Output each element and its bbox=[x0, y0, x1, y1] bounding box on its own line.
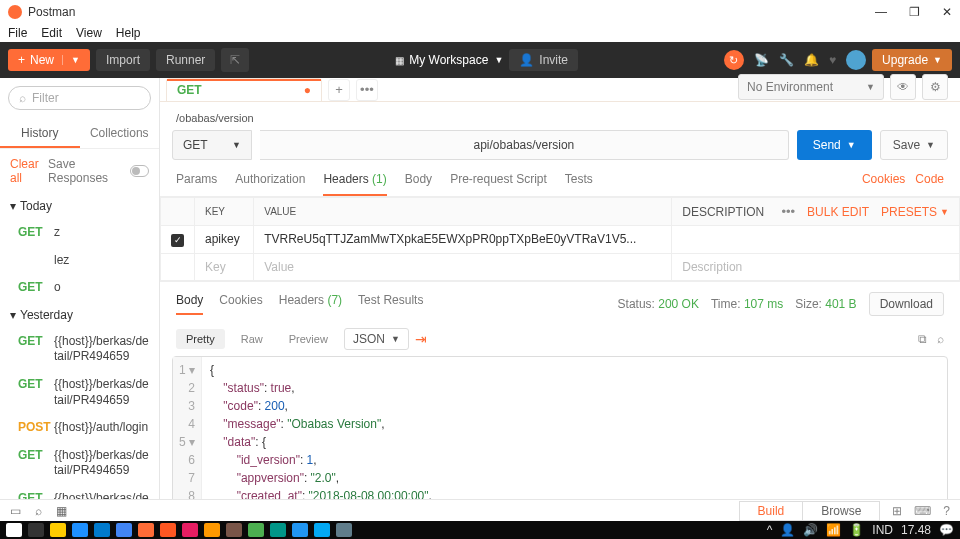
col-value: VALUE bbox=[254, 198, 672, 226]
tab-prerequest[interactable]: Pre-request Script bbox=[450, 172, 547, 196]
environment-dropdown[interactable]: No Environment ▼ bbox=[738, 74, 884, 100]
view-preview[interactable]: Preview bbox=[279, 329, 338, 349]
save-responses-label: Save Responses bbox=[48, 157, 126, 185]
bootcamp-icon[interactable]: ▦ bbox=[56, 504, 67, 518]
find-icon[interactable]: ⌕ bbox=[35, 504, 42, 518]
tab-body[interactable]: Body bbox=[405, 172, 432, 196]
help-icon[interactable]: ? bbox=[943, 504, 950, 518]
minimize-button[interactable]: — bbox=[875, 5, 887, 19]
response-body[interactable]: 1 ▾2345 ▾67891011 { "status": true, "cod… bbox=[172, 356, 948, 504]
copy-icon[interactable]: ⧉ bbox=[918, 332, 927, 346]
tab-authorization[interactable]: Authorization bbox=[235, 172, 305, 196]
tray-time[interactable]: 17.48 bbox=[901, 523, 931, 537]
tab-options-button[interactable]: ••• bbox=[356, 79, 378, 101]
save-button[interactable]: Save ▼ bbox=[880, 130, 948, 160]
postman-logo-icon bbox=[8, 5, 22, 19]
cookies-link[interactable]: Cookies bbox=[862, 172, 905, 186]
menu-edit[interactable]: Edit bbox=[41, 26, 62, 40]
download-button[interactable]: Download bbox=[869, 292, 944, 316]
response-tab-headers[interactable]: Headers (7) bbox=[279, 293, 342, 315]
history-item[interactable]: GETz bbox=[0, 219, 159, 247]
runner-button[interactable]: Runner bbox=[156, 49, 215, 71]
console-icon[interactable]: ▭ bbox=[10, 504, 21, 518]
history-group-yesterday[interactable]: ▾Yesterday bbox=[0, 302, 159, 328]
close-button[interactable]: ✕ bbox=[942, 5, 952, 19]
checkbox[interactable]: ✓ bbox=[171, 234, 184, 247]
satellite-icon[interactable]: 📡 bbox=[754, 53, 769, 67]
view-pretty[interactable]: Pretty bbox=[176, 329, 225, 349]
tab-collections[interactable]: Collections bbox=[80, 120, 160, 148]
history-item[interactable]: lez bbox=[0, 247, 159, 275]
header-row[interactable]: ✓ apikey TVRReU5qTTJZamMwTXpkaE5EWXpPR0p… bbox=[161, 226, 960, 254]
history-item[interactable]: GETo bbox=[0, 274, 159, 302]
menu-help[interactable]: Help bbox=[116, 26, 141, 40]
browse-button[interactable]: Browse bbox=[803, 501, 880, 521]
heart-icon[interactable]: ♥ bbox=[829, 53, 836, 67]
response-tab-tests[interactable]: Test Results bbox=[358, 293, 423, 315]
chevron-down-icon[interactable]: ▼ bbox=[847, 140, 856, 150]
windows-taskbar[interactable]: ^ 👤 🔊 📶 🔋 IND 17.48 💬 bbox=[0, 521, 960, 539]
invite-button[interactable]: 👤 Invite bbox=[509, 49, 578, 71]
wrap-icon[interactable]: ⇥ bbox=[415, 331, 427, 347]
request-tab[interactable]: GET ● bbox=[166, 78, 322, 101]
header-row-empty[interactable]: Key Value Description bbox=[161, 253, 960, 280]
avatar[interactable] bbox=[846, 50, 866, 70]
upgrade-button[interactable]: Upgrade ▼ bbox=[872, 49, 952, 71]
header-value[interactable]: TVRReU5qTTJZamMwTXpkaE5EWXpPR0ppTXpBeE0y… bbox=[254, 226, 672, 254]
code-link[interactable]: Code bbox=[915, 172, 944, 186]
header-key[interactable]: apikey bbox=[195, 226, 254, 254]
start-icon[interactable] bbox=[6, 523, 22, 537]
window-title: Postman bbox=[28, 5, 75, 19]
two-pane-icon[interactable]: ⊞ bbox=[892, 504, 902, 518]
capture-icon[interactable]: ⇱ bbox=[221, 48, 249, 72]
menu-view[interactable]: View bbox=[76, 26, 102, 40]
wrench-icon[interactable]: 🔧 bbox=[779, 53, 794, 67]
history-item[interactable]: GET{{host}}/berkas/detail/PR494659 bbox=[0, 371, 159, 414]
workspace-dropdown[interactable]: ▦ My Workspace ▼ bbox=[395, 53, 503, 67]
menu-file[interactable]: File bbox=[8, 26, 27, 40]
maximize-button[interactable]: ❐ bbox=[909, 5, 920, 19]
history-item[interactable]: GET{{host}}/berkas/detail/PR494659 bbox=[0, 442, 159, 485]
history-item[interactable]: GET{{host}}/berkas/detail/PR494659 bbox=[0, 328, 159, 371]
chevron-down-icon[interactable]: ▼ bbox=[926, 140, 935, 150]
clear-all-link[interactable]: Clear all bbox=[10, 157, 48, 185]
tab-history[interactable]: History bbox=[0, 120, 80, 148]
url-input[interactable]: api/obabas/version bbox=[260, 130, 789, 160]
sync-icon[interactable]: ↻ bbox=[724, 50, 744, 70]
response-tab-cookies[interactable]: Cookies bbox=[219, 293, 262, 315]
tray-up-icon[interactable]: ^ bbox=[767, 523, 773, 537]
bell-icon[interactable]: 🔔 bbox=[804, 53, 819, 67]
col-key: KEY bbox=[195, 198, 254, 226]
keyboard-icon[interactable]: ⌨ bbox=[914, 504, 931, 518]
import-button[interactable]: Import bbox=[96, 49, 150, 71]
build-button[interactable]: Build bbox=[739, 501, 804, 521]
send-button[interactable]: Send ▼ bbox=[797, 130, 872, 160]
method-dropdown[interactable]: GET ▼ bbox=[172, 130, 252, 160]
save-responses-toggle[interactable] bbox=[130, 165, 149, 177]
eye-icon[interactable]: 👁 bbox=[890, 74, 916, 100]
more-icon[interactable]: ••• bbox=[781, 204, 795, 219]
search-icon: ⌕ bbox=[19, 91, 26, 105]
chevron-down-icon[interactable]: ▼ bbox=[62, 55, 80, 65]
bulk-edit-link[interactable]: Bulk Edit bbox=[807, 205, 869, 219]
tab-tests[interactable]: Tests bbox=[565, 172, 593, 196]
gear-icon[interactable]: ⚙ bbox=[922, 74, 948, 100]
tab-headers[interactable]: Headers (1) bbox=[323, 172, 386, 196]
tab-params[interactable]: Params bbox=[176, 172, 217, 196]
response-tab-body[interactable]: Body bbox=[176, 293, 203, 315]
header-desc[interactable] bbox=[672, 226, 960, 254]
chevron-down-icon: ▼ bbox=[866, 82, 875, 92]
filter-input[interactable]: ⌕ Filter bbox=[8, 86, 151, 110]
chevron-down-icon: ▼ bbox=[933, 55, 942, 65]
add-tab-button[interactable]: + bbox=[328, 79, 350, 101]
history-group-today[interactable]: ▾Today bbox=[0, 193, 159, 219]
tray-lang[interactable]: IND bbox=[872, 523, 893, 537]
chevron-down-icon: ▾ bbox=[10, 199, 16, 213]
search-icon[interactable]: ⌕ bbox=[937, 332, 944, 346]
history-item[interactable]: POST{{host}}/auth/login bbox=[0, 414, 159, 442]
presets-dropdown[interactable]: Presets▼ bbox=[881, 205, 949, 219]
format-dropdown[interactable]: JSON▼ bbox=[344, 328, 409, 350]
new-button[interactable]: + New ▼ bbox=[8, 49, 90, 71]
person-icon: 👤 bbox=[519, 53, 534, 67]
view-raw[interactable]: Raw bbox=[231, 329, 273, 349]
